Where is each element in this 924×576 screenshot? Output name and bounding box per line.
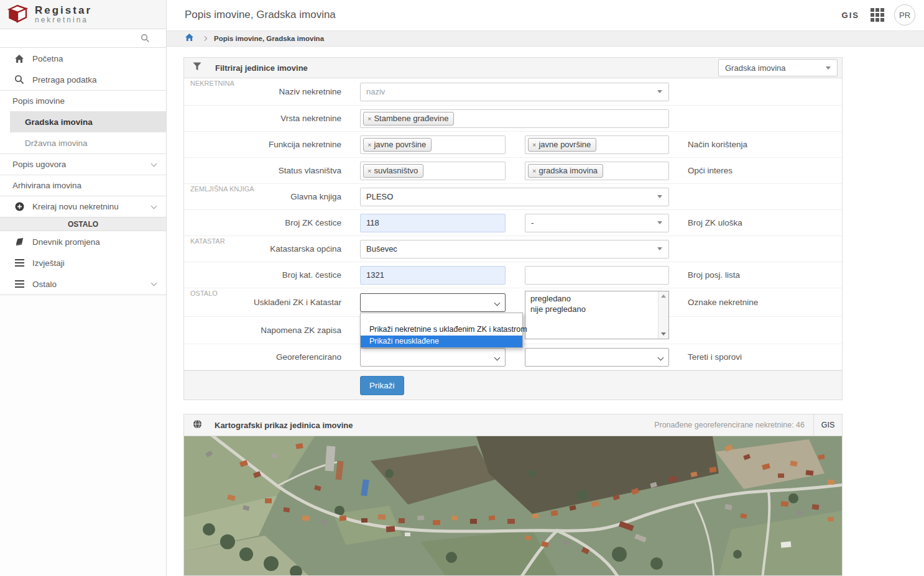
sidebar-item-izvjestaji[interactable]: Izvještaji — [0, 252, 166, 273]
sidebar-menu: Početna Pretraga podatka Popis imovine G… — [0, 48, 166, 295]
remove-tag-icon[interactable]: × — [367, 167, 371, 175]
uskladeni-dropdown-popup: Prikaži nekretnine s uklađenim ZK i kata… — [360, 313, 523, 348]
field-label: Napomena ZK zapisa — [184, 326, 341, 335]
sidebar-item-dnevnik[interactable]: Dnevnik promjena — [0, 231, 166, 252]
vrsta-multiselect[interactable]: × Stambene građevine — [360, 109, 669, 128]
brand-subtitle: nekretnina — [35, 16, 92, 24]
broj-kat-field — [360, 266, 506, 285]
naziv-combobox[interactable] — [360, 83, 669, 101]
sidebar: Registar nekretnina Početna Pretraga pod… — [0, 0, 167, 576]
gis-link[interactable]: GIS — [842, 11, 859, 20]
broj-zk-uloska-combobox[interactable] — [525, 214, 669, 232]
status-multiselect[interactable]: × suvlasništvo — [360, 162, 506, 180]
sidebar-search-input[interactable] — [0, 29, 166, 48]
tereti-select[interactable] — [525, 348, 669, 367]
broj-zk-field — [360, 214, 506, 232]
sidebar-item-pocetna[interactable]: Početna — [0, 48, 166, 69]
broj-posj-lista-input[interactable] — [525, 266, 669, 285]
funkcija-multiselect[interactable]: × javne površine — [360, 135, 506, 154]
breadcrumb-home-icon[interactable] — [185, 33, 194, 44]
georeferencirano-select[interactable] — [360, 348, 506, 367]
broj-zk-uloska-input[interactable] — [525, 214, 668, 232]
sidebar-item-label: Pretraga podatka — [32, 75, 97, 85]
globe-icon — [193, 419, 202, 431]
tag-label: suvlasništvo — [374, 166, 418, 175]
dropdown-option-highlighted[interactable]: Prikaži neusklađene — [361, 336, 522, 347]
page-title: Popis imovine, Gradska imovina — [185, 9, 842, 21]
scope-select[interactable]: Gradska imovina — [718, 59, 838, 76]
listbox-option[interactable]: pregledano — [525, 293, 658, 304]
sidebar-item-label: Ostalo — [32, 280, 57, 289]
tag-label: javne površine — [374, 140, 426, 149]
field-label: Oznake nekretnine — [688, 298, 758, 307]
remove-tag-icon[interactable]: × — [367, 141, 371, 149]
remove-tag-icon[interactable]: × — [532, 167, 536, 175]
dropdown-option[interactable] — [361, 313, 522, 324]
tag-chip: × javne površine — [528, 138, 596, 152]
glavna-knjiga-combobox[interactable] — [360, 188, 669, 206]
map-result-count: Pronađene georeferencirane nekretnine: 4… — [654, 421, 813, 429]
book-icon — [12, 237, 26, 246]
field-label: Katastarska općina — [184, 244, 341, 254]
opci-interes-multiselect[interactable]: × gradska imovina — [525, 162, 669, 180]
naziv-input[interactable] — [361, 83, 668, 101]
remove-tag-icon[interactable]: × — [367, 115, 371, 122]
grid-apps-icon[interactable] — [871, 8, 884, 22]
field-label: Glavna knjiga — [184, 192, 341, 201]
topbar: Popis imovine, Gradska imovina GIS PR — [167, 0, 924, 31]
sidebar-item-popis-imovine[interactable]: Popis imovine — [0, 90, 166, 111]
app-root: Registar nekretnina Početna Pretraga pod… — [0, 0, 924, 576]
content: Filtriraj jedinice imovine Gradska imovi… — [167, 47, 924, 576]
sidebar-item-pretraga[interactable]: Pretraga podatka — [0, 69, 166, 90]
prikazi-button[interactable]: Prikaži — [360, 376, 404, 395]
broj-posj-lista-field — [525, 266, 669, 285]
field-label: Broj posj. lista — [688, 270, 740, 280]
row-georeferencirano: Georeferencirano Tereti i sporovi — [184, 344, 842, 370]
chevron-down-icon[interactable] — [657, 247, 662, 250]
sidebar-item-label: Početna — [32, 54, 63, 63]
sidebar-item-ostalo[interactable]: Ostalo — [0, 273, 166, 295]
dropdown-option[interactable]: Prikaži nekretnine s uklađenim ZK i kata… — [361, 324, 522, 336]
section-label-katastar: KATASTAR — [190, 237, 225, 245]
filter-panel-footer: Prikaži — [184, 370, 842, 400]
row-broj-kat: Broj kat. čestice Broj posj. lista — [184, 262, 842, 288]
breadcrumb: Popis imovine, Gradska imovina — [167, 31, 924, 47]
nacin-koristenja-multiselect[interactable]: × javne površine — [525, 135, 669, 154]
breadcrumb-separator-icon — [202, 36, 207, 41]
chevron-down-icon — [494, 299, 501, 306]
sidebar-item-gradska-imovina[interactable]: Gradska imovina — [10, 111, 166, 132]
listbox-option[interactable]: nije pregledano — [525, 304, 658, 314]
popis-imovine-submenu: Gradska imovina Državna imovina — [0, 111, 166, 153]
user-avatar[interactable]: PR — [894, 4, 915, 25]
kat-opcina-combobox[interactable] — [360, 240, 669, 258]
filter-funnel-icon — [193, 62, 201, 73]
list-icon — [12, 259, 26, 267]
filter-panel-header: Filtriraj jedinice imovine Gradska imovi… — [184, 58, 842, 78]
search-icon — [12, 75, 26, 85]
kat-opcina-input[interactable] — [361, 240, 668, 258]
chevron-down-icon[interactable] — [657, 195, 662, 198]
sidebar-item-popis-ugovora[interactable]: Popis ugovora — [0, 153, 166, 175]
field-label: Broj ZK uloška — [688, 218, 742, 227]
sidebar-item-arhivirana-imovina[interactable]: Arhivirana imovina — [0, 175, 166, 196]
field-label: Način korištenja — [688, 140, 747, 149]
scroll-down-icon[interactable] — [661, 332, 666, 336]
scroll-up-icon[interactable] — [661, 295, 666, 298]
listbox-scrollbar[interactable] — [658, 291, 668, 339]
tag-label: javne površine — [538, 140, 591, 149]
sidebar-item-label: Dnevnik promjena — [32, 237, 100, 247]
chevron-down-icon[interactable] — [657, 221, 662, 224]
oznake-listbox[interactable]: pregledano nije pregledano — [525, 291, 669, 339]
sidebar-item-kreiraj-novu[interactable]: Kreiraj novu nekretninu — [0, 196, 166, 217]
broj-kat-input[interactable] — [360, 266, 506, 285]
aerial-map-image[interactable] — [184, 436, 842, 575]
broj-zk-input[interactable] — [360, 214, 506, 232]
map-gis-button[interactable]: GIS — [813, 414, 842, 436]
remove-tag-icon[interactable]: × — [532, 141, 536, 149]
glavna-knjiga-input[interactable] — [361, 188, 668, 206]
sidebar-item-drzavna-imovina[interactable]: Državna imovina — [10, 132, 166, 153]
uskladeni-select[interactable] — [360, 293, 506, 312]
chevron-down-icon[interactable] — [657, 90, 662, 93]
field-label: Opći interes — [688, 166, 732, 175]
sidebar-item-label: Izvještaji — [32, 258, 65, 268]
